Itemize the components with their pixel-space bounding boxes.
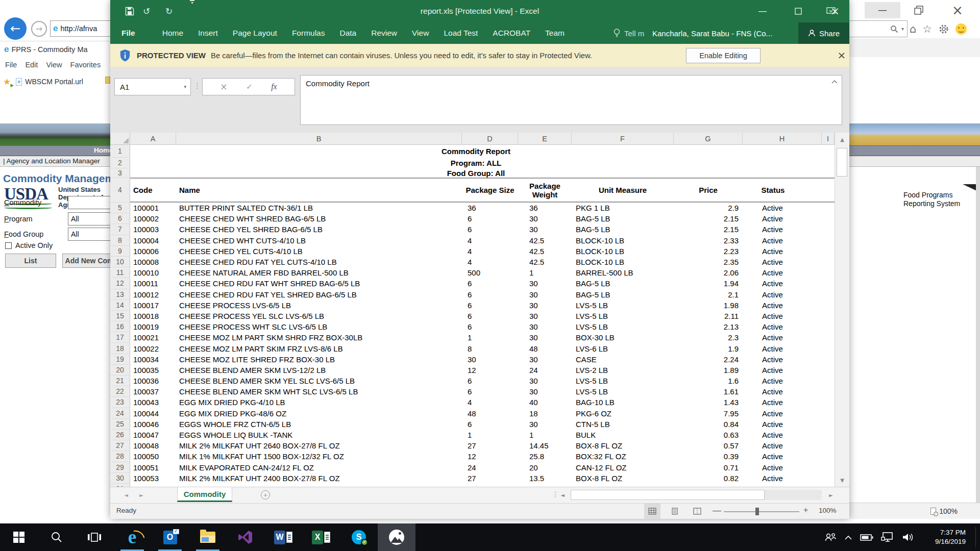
cell-price[interactable]: 0.57 <box>674 440 743 451</box>
cell-price[interactable]: 0.63 <box>674 430 743 440</box>
favorites-icon[interactable]: ☆ <box>922 23 932 35</box>
cell-status[interactable]: Active <box>743 451 822 462</box>
cell-pad[interactable] <box>822 408 835 419</box>
column-title-status[interactable]: Status <box>743 178 822 203</box>
row-header[interactable]: 23 <box>110 397 130 408</box>
cell-code[interactable]: 100019 <box>130 321 176 332</box>
cell-pad[interactable] <box>822 430 835 440</box>
network-icon[interactable] <box>881 532 894 542</box>
cell-name[interactable]: CHEESE PROCESS YEL SLC LVS-6/5 LB <box>176 311 462 321</box>
cell-size[interactable]: 1 <box>462 332 518 343</box>
enter-check-icon[interactable]: ✓ <box>246 82 253 91</box>
cell-weight[interactable]: 30 <box>518 321 572 332</box>
cell-status[interactable]: Active <box>743 343 822 354</box>
row-header[interactable]: 22 <box>110 386 130 397</box>
ie-back-button[interactable]: ← <box>4 17 27 40</box>
cell-price[interactable]: 2.15 <box>674 213 743 224</box>
row-header[interactable]: 8 <box>110 235 130 246</box>
report-header-cell[interactable]: Program: ALL <box>130 158 822 168</box>
save-button[interactable] <box>125 0 135 22</box>
new-sheet-button[interactable]: + <box>261 490 270 499</box>
page-layout-view-button[interactable] <box>667 504 683 519</box>
cell-name[interactable]: CHEESE PROCESS LVS-6/5 LB <box>176 300 462 311</box>
cell-status[interactable]: Active <box>743 267 822 278</box>
cell-weight[interactable]: 40 <box>518 397 572 408</box>
cell-name[interactable]: CHEESE BLEND AMER SKM YEL SLC LVS-6/5 LB <box>176 375 462 386</box>
cell-code[interactable]: 100053 <box>130 473 176 484</box>
row-header[interactable]: 27 <box>110 440 130 451</box>
scroll-left-button[interactable]: ◄ <box>556 488 569 502</box>
battery-icon[interactable] <box>860 534 873 541</box>
cell-pad[interactable] <box>822 235 835 246</box>
zoom-slider-track[interactable] <box>724 511 799 512</box>
cell-size[interactable]: 4 <box>462 246 518 257</box>
row-header[interactable]: 19 <box>110 354 130 365</box>
cell-unit[interactable]: BOX-8 FL OZ <box>572 440 674 451</box>
cell-name[interactable]: CHEESE CHED YEL SHRED BAG-6/5 LB <box>176 224 462 235</box>
cell-unit[interactable]: LVS-6 LB <box>572 343 674 354</box>
cell-weight[interactable]: 1 <box>518 267 572 278</box>
cell-pad[interactable] <box>822 246 835 257</box>
cell-weight[interactable]: 18 <box>518 408 572 419</box>
cell-pad[interactable] <box>822 386 835 397</box>
cell-name[interactable]: CHEESE MOZ LITE SHRED FRZ BOX-30 LB <box>176 354 462 365</box>
ribbon-tab-file[interactable]: File <box>121 29 135 38</box>
favorites-star-icon[interactable]: ★▶ <box>3 77 11 87</box>
collapse-formula-bar-button[interactable] <box>831 80 838 84</box>
cell-unit[interactable]: PKG 1 LB <box>572 203 674 213</box>
cell-weight[interactable]: 13.5 <box>518 473 572 484</box>
cell-weight[interactable]: 30 <box>518 375 572 386</box>
cell-unit[interactable]: BAG-5 LB <box>572 224 674 235</box>
cell-price[interactable]: 2.9 <box>674 203 743 213</box>
row-header[interactable]: 28 <box>110 451 130 462</box>
cell-price[interactable]: 2.11 <box>674 311 743 321</box>
cell-pad[interactable] <box>822 473 835 484</box>
column-header-A[interactable]: A <box>130 133 176 145</box>
cell-code[interactable]: 100022 <box>130 343 176 354</box>
ribbon-tab-insert[interactable]: Insert <box>198 29 218 38</box>
cell-code[interactable]: 100047 <box>130 430 176 440</box>
cell-price[interactable]: 0.71 <box>674 462 743 473</box>
cell-price[interactable]: 0.84 <box>674 419 743 430</box>
cell-status[interactable]: Active <box>743 213 822 224</box>
cell-size[interactable]: 6 <box>462 375 518 386</box>
cell-name[interactable]: CHEESE CHED WHT SHRED BAG-6/5 LB <box>176 213 462 224</box>
cell-weight[interactable]: 30 <box>518 354 572 365</box>
cell-name[interactable]: CHEESE CHED WHT CUTS-4/10 LB <box>176 235 462 246</box>
cell-size[interactable]: 6 <box>462 300 518 311</box>
cell-price[interactable]: 2.23 <box>674 246 743 257</box>
column-header-H[interactable]: H <box>743 133 822 145</box>
cell-name[interactable]: BUTTER PRINT SALTED CTN-36/1 LB <box>176 203 462 213</box>
account-name[interactable]: Kancharla, Sarat Babu - FNS (Co... <box>652 22 793 44</box>
ie-menu-favorites[interactable]: Favorites <box>70 61 101 69</box>
row-header[interactable]: 6 <box>110 213 130 224</box>
cell-pad[interactable] <box>822 375 835 386</box>
excel-close-button[interactable]: × <box>821 0 849 22</box>
cell-status[interactable]: Active <box>743 375 822 386</box>
cell-code[interactable]: 100004 <box>130 235 176 246</box>
row-header[interactable]: 15 <box>110 311 130 321</box>
cell-status[interactable]: Active <box>743 365 822 375</box>
cell-name[interactable]: MILK 1% MILKFAT UHT 1500 BOX-12/32 FL OZ <box>176 451 462 462</box>
row-header[interactable]: 1 <box>110 145 130 158</box>
cell-unit[interactable]: CASE <box>572 354 674 365</box>
cell-unit[interactable]: BAG-5 LB <box>572 278 674 289</box>
row-header[interactable]: 21 <box>110 375 130 386</box>
cell-size[interactable]: 48 <box>462 408 518 419</box>
cell-pad[interactable] <box>822 289 835 300</box>
cell-name[interactable]: EGGS WHOLE LIQ BULK -TANK <box>176 430 462 440</box>
cell-status[interactable]: Active <box>743 408 822 419</box>
cell-name[interactable]: EGGS WHOLE FRZ CTN-6/5 LB <box>176 419 462 430</box>
cell-size[interactable]: 4 <box>462 257 518 267</box>
name-box-dropdown-icon[interactable]: ▾ <box>184 84 186 89</box>
ie-menu-edit[interactable]: Edit <box>25 61 38 69</box>
formula-bar-handle[interactable]: ⋮ <box>193 81 201 90</box>
ie-menu-file[interactable]: File <box>5 61 17 69</box>
cell-status[interactable]: Active <box>743 354 822 365</box>
cell-unit[interactable]: BAG-5 LB <box>572 213 674 224</box>
undo-button[interactable]: ↺ <box>143 0 150 22</box>
cell-size[interactable]: 6 <box>462 419 518 430</box>
cell-name[interactable]: CHEESE MOZ LM PART SKIM FRZ LVS-8/6 LB <box>176 343 462 354</box>
cell-size[interactable]: 12 <box>462 451 518 462</box>
cell-code[interactable]: 100011 <box>130 278 176 289</box>
